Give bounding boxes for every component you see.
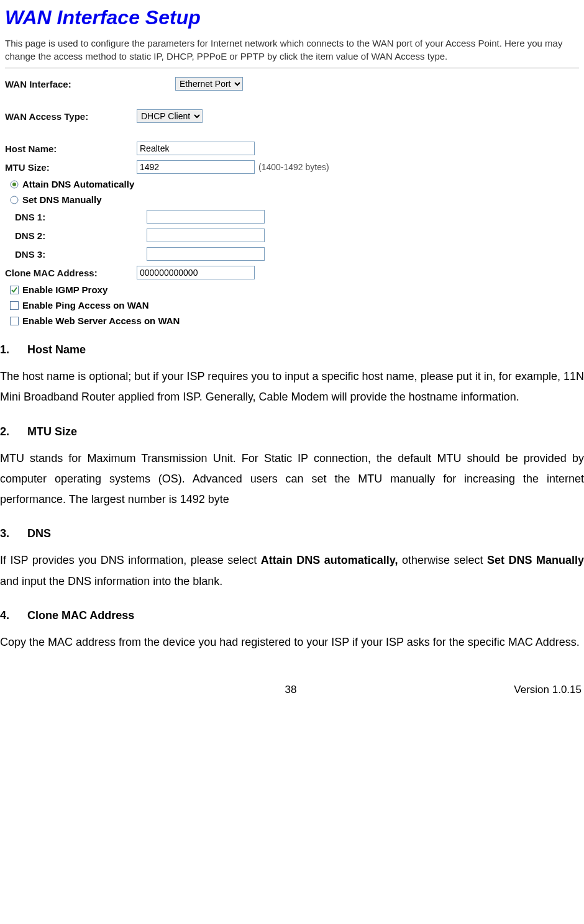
- section-3-text: If ISP provides you DNS information, ple…: [0, 550, 584, 592]
- dns3-input[interactable]: [147, 247, 265, 261]
- wan-interface-select[interactable]: Ethernet Port: [175, 77, 243, 91]
- divider: [5, 68, 579, 68]
- svg-rect-5: [11, 317, 19, 325]
- section-4-text: Copy the MAC address from the device you…: [0, 632, 584, 653]
- dns1-input[interactable]: [147, 210, 265, 224]
- wan-interface-label: WAN Interface:: [5, 79, 137, 89]
- svg-point-2: [11, 196, 18, 204]
- host-name-input[interactable]: [137, 142, 255, 155]
- enable-igmp-label[interactable]: Enable IGMP Proxy: [22, 284, 107, 295]
- svg-rect-3: [11, 286, 19, 294]
- page-title: WAN Interface Setup: [5, 6, 579, 29]
- radio-checked-icon[interactable]: [10, 180, 19, 189]
- section-2-text: MTU stands for Maximum Transmission Unit…: [0, 448, 584, 510]
- clone-mac-input[interactable]: [137, 266, 255, 279]
- dns3-label: DNS 3:: [5, 249, 147, 260]
- section-4-heading: 4.Clone MAC Address: [0, 609, 584, 622]
- dns-manual-label[interactable]: Set DNS Manually: [22, 194, 102, 205]
- radio-unchecked-icon[interactable]: [10, 196, 19, 204]
- mtu-hint: (1400-1492 bytes): [258, 162, 329, 172]
- wan-access-type-select[interactable]: DHCP Client: [137, 109, 203, 123]
- version-label: Version 1.0.15: [296, 684, 582, 696]
- section-3-heading: 3.DNS: [0, 527, 584, 540]
- enable-ping-label[interactable]: Enable Ping Access on WAN: [22, 300, 149, 310]
- enable-web-label[interactable]: Enable Web Server Access on WAN: [22, 315, 180, 326]
- wan-access-type-label: WAN Access Type:: [5, 111, 137, 122]
- svg-point-1: [12, 183, 16, 186]
- dns-auto-label[interactable]: Attain DNS Automatically: [22, 179, 134, 189]
- mtu-size-label: MTU Size:: [5, 162, 137, 173]
- host-name-label: Host Name:: [5, 143, 137, 154]
- mtu-size-input[interactable]: [137, 160, 255, 174]
- clone-mac-label: Clone MAC Address:: [5, 268, 137, 278]
- dns1-label: DNS 1:: [5, 212, 147, 222]
- dns2-input[interactable]: [147, 229, 265, 242]
- page-description: This page is used to configure the param…: [5, 37, 579, 63]
- section-2-heading: 2.MTU Size: [0, 425, 584, 438]
- svg-rect-4: [11, 301, 19, 309]
- section-1-text: The host name is optional; but if your I…: [0, 366, 584, 408]
- dns2-label: DNS 2:: [5, 230, 147, 241]
- checkbox-checked-icon[interactable]: [10, 286, 19, 294]
- checkbox-unchecked-icon[interactable]: [10, 317, 19, 325]
- checkbox-unchecked-icon[interactable]: [10, 301, 19, 310]
- page-number: 38: [285, 684, 297, 696]
- section-1-heading: 1.Host Name: [0, 343, 584, 356]
